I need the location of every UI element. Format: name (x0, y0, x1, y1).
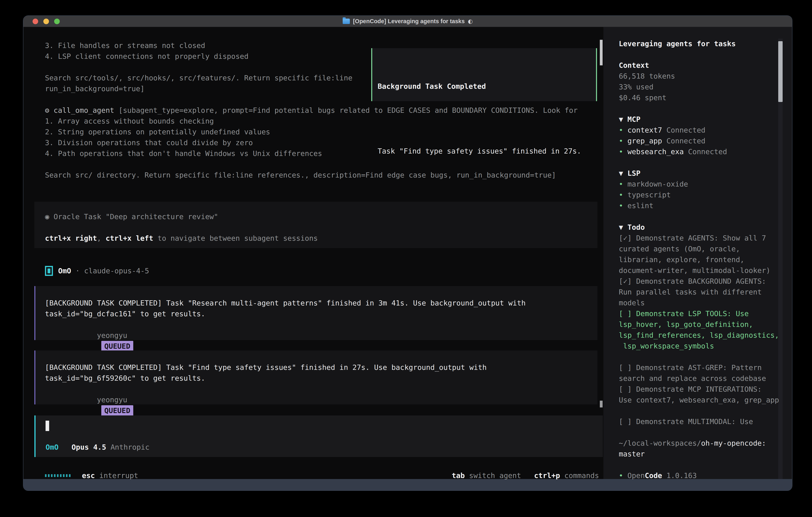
text-segment: Anthropic (106, 443, 149, 451)
text-segment: [ ] Demonstrate MCP INTEGRATIONS: (619, 385, 762, 393)
text-line: models (619, 298, 779, 308)
message-meta: yeongyu QUEUED (45, 319, 598, 330)
text-segment: ▼ (619, 169, 628, 177)
text-segment: lsp_hover, lsp_goto_definition, (619, 320, 753, 328)
text-segment: 4. LSP client connections not properly d… (45, 52, 249, 60)
spinner-icon (45, 474, 71, 477)
text-line: ◉ Oracle Task "Deep architecture review" (45, 211, 598, 222)
text-line: OmO Opus 4.5 Anthropic (46, 442, 149, 453)
text-line: [ ] Demonstrate MCP INTEGRATIONS: (619, 384, 779, 394)
text-line: curated agents (OmO, oracle, (619, 244, 779, 254)
text-segment: websearch_exa (628, 147, 684, 156)
text-segment: to navigate between subagent sessions (153, 234, 318, 242)
text-segment: Connected (662, 137, 705, 145)
text-line (619, 49, 779, 60)
text-line (619, 103, 779, 114)
text-segment: oh-my-opencode: (701, 439, 766, 447)
text-line: 66,518 tokens (619, 71, 779, 82)
text-line: ▼ MCP (619, 114, 779, 125)
chat-pane: 3. File handles or streams not closed4. … (23, 27, 603, 479)
text-segment: 2. String operations on potentially unde… (45, 128, 270, 136)
text-line (45, 222, 598, 233)
text-line (619, 157, 779, 168)
minimize-button[interactable] (44, 19, 49, 24)
text-line: [✓] Demonstrate AGENTS: Show all 7 (619, 233, 779, 244)
text-line: [ ] Demonstrate AST-GREP: Pattern (619, 362, 779, 373)
message-line: task_id="bg_6f59260c" to get results. (45, 373, 598, 384)
message-author: yeongyu (97, 331, 127, 339)
text-line: Run parallel tasks with different (619, 287, 779, 298)
text-line: • OpenCode 1.0.163 (619, 470, 779, 481)
window-title: [OpenCode] Leveraging agents for tasks ◐ (343, 18, 473, 25)
text-segment: lsp_workspace_symbols (619, 342, 714, 350)
text-segment: 3. Division operations that could divide… (45, 139, 253, 147)
text-line: [ ] Demonstrate LSP TOOLS: Use (619, 308, 779, 319)
text-line: • typescript (619, 190, 779, 200)
esc-hint: esc interrupt (82, 470, 138, 481)
text-segment: Context (619, 61, 649, 70)
text-segment: Connected (684, 147, 727, 156)
text-segment: ▼ (619, 223, 628, 231)
text-segment: ctrl+x left (106, 234, 153, 242)
text-segment: grep_app (628, 137, 662, 145)
text-segment: document-writer, multimodal-looker) (619, 266, 771, 274)
message-line: [BACKGROUND TASK COMPLETED] Task "Find t… (45, 362, 598, 373)
text-segment: tab (452, 471, 465, 480)
text-segment: 3. File handles or streams not closed (45, 42, 205, 50)
text-segment: commands (560, 471, 599, 480)
text-segment: [ ] Demonstrate MULTIMODAL: Use (619, 417, 753, 426)
window-titlebar[interactable]: [OpenCode] Leveraging agents for tasks ◐ (23, 16, 792, 27)
text-segment: esc (82, 471, 95, 480)
text-line: [ ] Demonstrate MULTIMODAL: Use (619, 416, 779, 427)
text-line: document-writer, multimodal-looker) (619, 265, 779, 276)
message-line: task_id="bg_dcfac161" to get results. (45, 308, 598, 319)
text-segment: context7 (628, 126, 662, 134)
text-line: $0.46 spent (619, 92, 779, 103)
zoom-button[interactable] (54, 19, 60, 24)
text-line: tab switch agent ctrl+p commands (452, 470, 599, 481)
status-bar: esc interrupt tab switch agent ctrl+p co… (45, 470, 599, 481)
text-segment: • (619, 201, 628, 210)
oracle-task-box: ◉ Oracle Task "Deep architecture review"… (34, 202, 598, 248)
text-line: • context7 Connected (619, 125, 779, 136)
agent-model: claude-opus-4-5 (84, 266, 149, 276)
window-body: 3. File handles or streams not closed4. … (23, 27, 792, 479)
text-segment: lsp_find_references, lsp_diagnostics, (619, 331, 779, 339)
text-segment: 1.0.163 (662, 471, 697, 480)
text-segment: LSP (628, 169, 640, 177)
text-segment: switch agent (465, 471, 521, 480)
traffic-lights (33, 19, 60, 24)
text-line: librarian, explore, frontend, (619, 254, 779, 265)
text-segment: Code (645, 471, 662, 480)
text-line: lsp_hover, lsp_goto_definition, (619, 319, 779, 330)
text-line: ▼ Todo (619, 222, 779, 233)
toast-body: Task "Find type safety issues" finished … (378, 146, 596, 157)
text-segment: interrupt (95, 471, 138, 480)
chat-scrollbar-thumb-secondary[interactable] (600, 401, 603, 407)
background-task-message: [BACKGROUND TASK COMPLETED] Task "Find t… (34, 351, 598, 404)
background-task-message: [BACKGROUND TASK COMPLETED] Task "Resear… (34, 286, 598, 340)
text-segment: 4. Path operations that don't handle Win… (45, 149, 322, 158)
text-line (619, 211, 779, 222)
text-segment: [ ] Demonstrate LSP TOOLS: Use (619, 309, 749, 318)
text-line: search and replace across codebase (619, 373, 779, 384)
text-segment: 33% used (619, 83, 654, 91)
agent-separator: · (76, 266, 80, 276)
chat-scrollbar-thumb[interactable] (600, 40, 603, 65)
model-indicator: OmO Opus 4.5 Anthropic (46, 442, 149, 453)
text-line: [✓] Demonstrate BACKGROUND AGENTS: (619, 276, 779, 287)
toast-title: Background Task Completed (378, 81, 596, 92)
close-button[interactable] (33, 19, 38, 24)
text-line: Leveraging agents for tasks (619, 38, 779, 49)
window-title-text: [OpenCode] Leveraging agents for tasks (353, 18, 465, 25)
prompt-input[interactable]: OmO Opus 4.5 Anthropic (34, 415, 603, 457)
sidebar-content: Leveraging agents for tasks Context66,51… (619, 38, 779, 481)
text-line: • markdown-oxide (619, 179, 779, 190)
text-segment: eslint (628, 201, 654, 210)
text-segment: ⚙ call_omo_agent (45, 106, 118, 114)
text-line: ctrl+x right, ctrl+x left to navigate be… (45, 233, 598, 244)
text-segment: 1. Array access without bounds checking (45, 117, 214, 125)
text-segment: $0.46 spent (619, 93, 666, 102)
text-segment: curated agents (OmO, oracle, (619, 245, 740, 253)
omo-agent-icon (45, 266, 53, 276)
